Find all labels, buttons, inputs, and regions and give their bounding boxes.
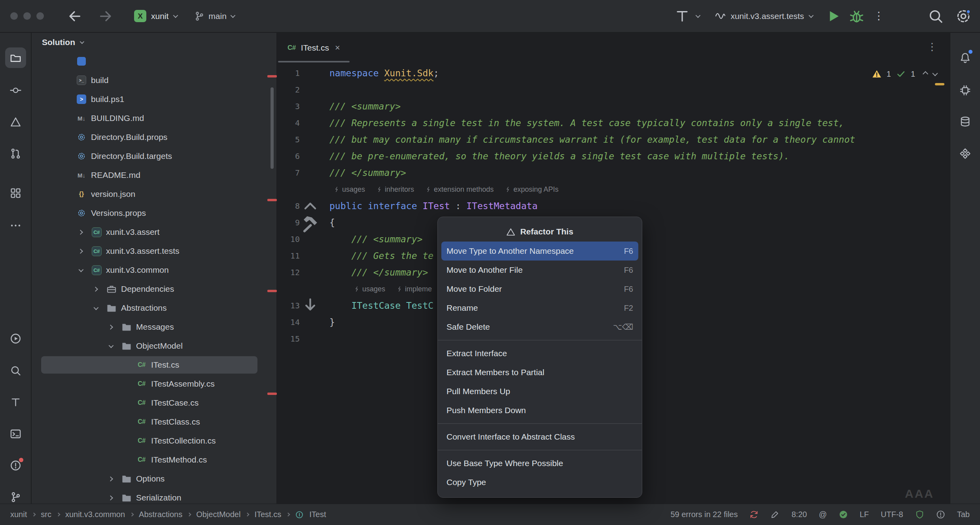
- tree-item-directory-build-targets[interactable]: Directory.Build.targets: [32, 147, 276, 166]
- run-button[interactable]: [826, 8, 842, 24]
- database-tool-button[interactable]: [955, 111, 976, 132]
- tests-tool-button[interactable]: [5, 392, 26, 412]
- line-number[interactable]: 11: [277, 247, 300, 264]
- tree-item-build[interactable]: >_build: [32, 71, 276, 90]
- highlighting-level-icon[interactable]: [770, 510, 779, 519]
- tree-item-xunit-v3-common[interactable]: C#xunit.v3.common: [32, 261, 276, 279]
- hint-extension-methods[interactable]: extension methods: [426, 181, 494, 198]
- breadcrumb-objectmodel[interactable]: ObjectModel: [196, 510, 240, 519]
- inspection-marker[interactable]: [935, 83, 944, 85]
- prev-issue-icon[interactable]: [923, 71, 928, 77]
- settings-button[interactable]: [955, 8, 971, 24]
- menu-item-copy-type[interactable]: Copy Type: [441, 473, 638, 492]
- minimize-window-button[interactable]: [23, 12, 31, 20]
- code-line[interactable]: 4/// Represents a single test in the sys…: [277, 115, 950, 131]
- tree-item-itestclass-cs[interactable]: C#ITestClass.cs: [32, 412, 276, 431]
- run-tool-button[interactable]: [5, 328, 26, 349]
- hint-usages[interactable]: usages: [354, 281, 385, 297]
- code-line[interactable]: 3/// <summary>: [277, 98, 950, 115]
- hint-usages[interactable]: usages: [334, 181, 365, 198]
- tree-item-abstractions[interactable]: Abstractions: [32, 298, 276, 317]
- line-number[interactable]: 2: [277, 81, 300, 98]
- reanalyze-icon[interactable]: [749, 510, 759, 519]
- code-line[interactable]: 1namespace Xunit.Sdk;: [277, 65, 950, 81]
- line-number[interactable]: 1: [277, 65, 300, 81]
- line-separator-indicator[interactable]: LF: [860, 510, 869, 519]
- code-line[interactable]: 6/// be pre-enumerated, so the theory yi…: [277, 148, 950, 164]
- line-number[interactable]: 3: [277, 98, 300, 115]
- run-config-selector[interactable]: xunit.v3.assert.tests: [715, 11, 812, 21]
- more-tool-button[interactable]: [5, 215, 26, 236]
- hammer-gutter-icon[interactable]: [300, 212, 321, 233]
- indent-indicator[interactable]: Tab: [957, 510, 970, 519]
- structure-tool-button[interactable]: [5, 183, 26, 203]
- search-everywhere-button[interactable]: [928, 8, 944, 24]
- problems-tool-button[interactable]: [5, 455, 26, 476]
- error-stripe-mark[interactable]: [267, 75, 277, 77]
- caret-position[interactable]: 8:20: [791, 510, 807, 519]
- hint-inheritors[interactable]: inheritors: [377, 181, 414, 198]
- line-number[interactable]: 7: [277, 164, 300, 181]
- tree-chevron-icon[interactable]: [91, 287, 106, 291]
- tree-chevron-icon[interactable]: [76, 249, 91, 253]
- tree-item-readme-md[interactable]: M↓README.md: [32, 166, 276, 185]
- tree-chevron-icon[interactable]: [106, 496, 121, 500]
- breadcrumb-itest-cs[interactable]: ITest.cs: [254, 510, 281, 519]
- tree-item-xunit-v3-assert-tests[interactable]: C#xunit.v3.assert.tests: [32, 242, 276, 261]
- ai-tool-button[interactable]: [955, 80, 976, 100]
- menu-item-pull-members-up[interactable]: Pull Members Up: [441, 382, 638, 401]
- menu-item-use-base-type-where-possible[interactable]: Use Base Type Where Possible: [441, 454, 638, 473]
- tree-item-itestmethod-cs[interactable]: C#ITestMethod.cs: [32, 450, 276, 469]
- tree-item-objectmodel[interactable]: ObjectModel: [32, 336, 276, 355]
- pull-requests-tool-button[interactable]: [5, 143, 26, 164]
- tree-scrollbar[interactable]: [271, 87, 274, 169]
- line-number[interactable]: 10: [277, 231, 300, 247]
- nuget-tool-button[interactable]: [5, 111, 26, 132]
- menu-item-convert-interface-to-abstract-class[interactable]: Convert Interface to Abstract Class: [441, 427, 638, 446]
- project-widget[interactable]: X xunit: [134, 10, 177, 22]
- code-line[interactable]: 7/// </summary>: [277, 164, 950, 181]
- line-number[interactable]: 13: [277, 297, 300, 314]
- terminal-tool-button[interactable]: [5, 423, 26, 444]
- back-button[interactable]: [67, 8, 83, 24]
- tree-item-itest-cs[interactable]: C#ITest.cs: [32, 355, 276, 374]
- error-summary[interactable]: 59 errors in 22 files: [670, 510, 738, 519]
- error-stripe-mark[interactable]: [267, 199, 277, 201]
- solution-view-selector[interactable]: Solution: [32, 33, 276, 52]
- debug-button[interactable]: [849, 8, 865, 24]
- line-number[interactable]: 15: [277, 330, 300, 347]
- line-number[interactable]: 14: [277, 314, 300, 330]
- code-line[interactable]: 2: [277, 81, 950, 98]
- tree-item-directory-build-props[interactable]: Directory.Build.props: [32, 128, 276, 147]
- menu-item-safe-delete[interactable]: Safe Delete⌥⌫: [441, 317, 638, 336]
- editor-options-icon[interactable]: ⋮: [927, 41, 937, 53]
- tree-item-itestassembly-cs[interactable]: C#ITestAssembly.cs: [32, 374, 276, 393]
- alert-icon[interactable]: [936, 510, 945, 519]
- tree-chevron-icon[interactable]: [106, 325, 121, 329]
- maximize-window-button[interactable]: [36, 12, 44, 20]
- toolbox-button[interactable]: [674, 8, 690, 24]
- tree-item-serialization[interactable]: Serialization: [32, 488, 276, 504]
- tree-chevron-icon[interactable]: [76, 268, 91, 272]
- tree-item-version-json[interactable]: {}version.json: [32, 185, 276, 204]
- line-number[interactable]: 4: [277, 115, 300, 131]
- more-actions-icon[interactable]: ⋮: [871, 8, 887, 24]
- error-stripe-mark[interactable]: [267, 393, 277, 395]
- error-stripe-mark[interactable]: [267, 290, 277, 292]
- impl-gutter-icon[interactable]: [300, 295, 321, 316]
- line-number[interactable]: 8: [277, 198, 300, 214]
- line-number[interactable]: 5: [277, 131, 300, 148]
- tree-item-messages[interactable]: Messages: [32, 317, 276, 336]
- hint-impleme[interactable]: impleme: [397, 281, 432, 297]
- tree-item-itestcase-cs[interactable]: C#ITestCase.cs: [32, 393, 276, 412]
- menu-item-extract-members-to-partial[interactable]: Extract Members to Partial: [441, 363, 638, 382]
- menu-item-move-to-another-file[interactable]: Move to Another FileF6: [441, 261, 638, 279]
- tab-itest-cs[interactable]: C# ITest.cs ×: [277, 33, 350, 62]
- search-tool-button[interactable]: [5, 360, 26, 381]
- breadcrumb-src[interactable]: src: [41, 510, 51, 519]
- breadcrumb-itest[interactable]: ITest: [309, 510, 326, 519]
- tree-chevron-icon[interactable]: [106, 344, 121, 348]
- encoding-indicator[interactable]: UTF-8: [881, 510, 903, 519]
- line-number[interactable]: 12: [277, 264, 300, 281]
- close-window-button[interactable]: [10, 12, 18, 20]
